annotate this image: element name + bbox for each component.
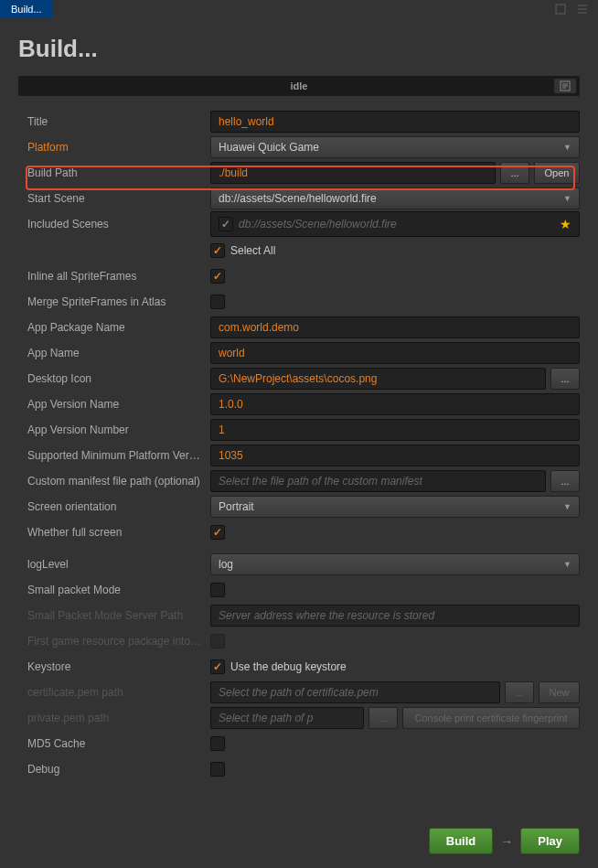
window-tab[interactable]: Build... bbox=[0, 0, 53, 18]
smallpacket-label: Small packet Mode bbox=[27, 584, 210, 596]
arrow-icon: → bbox=[500, 834, 513, 849]
orient-select[interactable]: Portrait bbox=[210, 496, 580, 518]
minver-label: Supported Minimum Platform Vers... bbox=[27, 449, 210, 462]
selectall-checkbox[interactable] bbox=[210, 243, 225, 258]
page-title: Build... bbox=[0, 18, 598, 70]
svg-rect-0 bbox=[556, 5, 565, 14]
vername-input[interactable] bbox=[210, 393, 580, 415]
title-input[interactable] bbox=[210, 111, 580, 133]
md5-label: MD5 Cache bbox=[27, 737, 210, 750]
scene-item[interactable]: db://assets/Scene/helloworld.fire★ bbox=[210, 211, 580, 237]
build-button[interactable]: Build bbox=[429, 828, 494, 854]
buildpath-open-button[interactable]: Open bbox=[534, 162, 580, 184]
title-label: Title bbox=[27, 115, 210, 128]
manifest-browse-button[interactable]: ... bbox=[550, 470, 580, 492]
selectall-label: Select All bbox=[230, 244, 275, 257]
log-icon[interactable] bbox=[554, 79, 576, 93]
privpath-input bbox=[210, 707, 364, 729]
platform-label: Platform bbox=[27, 141, 210, 154]
platform-select[interactable]: Huawei Quick Game bbox=[210, 136, 580, 158]
pkgname-label: App Package Name bbox=[27, 321, 210, 334]
vernum-label: App Version Number bbox=[27, 423, 210, 436]
appname-label: App Name bbox=[27, 347, 210, 359]
buildpath-browse-button[interactable]: ... bbox=[500, 162, 529, 184]
appname-input[interactable] bbox=[210, 342, 580, 364]
inlinesf-label: Inline all SpriteFrames bbox=[27, 270, 210, 283]
startscene-select[interactable]: db://assets/Scene/helloworld.fire bbox=[210, 188, 580, 209]
scene-path: db://assets/Scene/helloworld.fire bbox=[239, 218, 554, 230]
orient-label: Screen orientation bbox=[27, 500, 210, 513]
debug-label: Debug bbox=[27, 763, 210, 776]
certpath-label: certificate.pem path bbox=[27, 686, 210, 699]
keystore-label: Keystore bbox=[27, 660, 210, 673]
minver-input[interactable] bbox=[210, 445, 580, 466]
keystore-checkbox[interactable] bbox=[210, 659, 225, 674]
privpath-browse-button: ... bbox=[368, 707, 398, 729]
deskicon-label: Desktop Icon bbox=[27, 372, 210, 385]
certpath-new-button: New bbox=[539, 681, 580, 703]
debug-checkbox[interactable] bbox=[210, 762, 225, 777]
certpath-browse-button: ... bbox=[505, 681, 534, 703]
spserver-input bbox=[210, 605, 580, 627]
mergesf-label: Merge SpriteFrames in Atlas bbox=[27, 295, 210, 308]
loglevel-select[interactable]: log bbox=[210, 553, 580, 575]
vernum-input[interactable] bbox=[210, 419, 580, 441]
mergesf-checkbox[interactable] bbox=[210, 295, 225, 309]
fingerprint-button: Console print certificate fingerprint bbox=[402, 707, 580, 729]
fullscreen-checkbox[interactable] bbox=[210, 525, 225, 540]
privpath-label: private.pem path bbox=[27, 712, 210, 724]
firstgame-checkbox bbox=[210, 634, 225, 648]
includedscenes-label: Included Scenes bbox=[27, 218, 210, 230]
buildpath-label: Build Path bbox=[27, 166, 210, 179]
inlinesf-checkbox[interactable] bbox=[210, 269, 225, 284]
star-icon[interactable]: ★ bbox=[560, 217, 571, 231]
tab-label: Build... bbox=[11, 4, 42, 15]
fullscreen-label: Whether full screen bbox=[27, 526, 210, 539]
vername-label: App Version Name bbox=[27, 398, 210, 411]
manifest-label: Custom manifest file path (optional) bbox=[27, 475, 210, 488]
menu-icon[interactable] bbox=[576, 3, 589, 16]
certpath-input bbox=[210, 681, 500, 703]
deskicon-browse-button[interactable]: ... bbox=[550, 368, 580, 390]
keystore-text: Use the debug keystore bbox=[230, 660, 347, 673]
spserver-label: Small Packet Mode Server Path bbox=[27, 609, 210, 622]
smallpacket-checkbox[interactable] bbox=[210, 583, 225, 597]
manifest-input[interactable] bbox=[210, 470, 546, 492]
buildpath-input[interactable] bbox=[210, 162, 496, 184]
status-text: idle bbox=[18, 80, 580, 91]
pkgname-input[interactable] bbox=[210, 316, 580, 338]
content-panel: Title PlatformHuawei Quick Game Build Pa… bbox=[0, 109, 598, 786]
startscene-label: Start Scene bbox=[27, 192, 210, 205]
loglevel-label: logLevel bbox=[27, 558, 210, 571]
firstgame-label: First game resource package into t... bbox=[27, 635, 210, 648]
scene-checkbox[interactable] bbox=[219, 217, 233, 231]
status-bar: idle bbox=[18, 76, 580, 96]
popout-icon[interactable] bbox=[554, 3, 567, 16]
play-button[interactable]: Play bbox=[520, 828, 580, 854]
md5-checkbox[interactable] bbox=[210, 736, 225, 751]
deskicon-input[interactable] bbox=[210, 368, 546, 390]
